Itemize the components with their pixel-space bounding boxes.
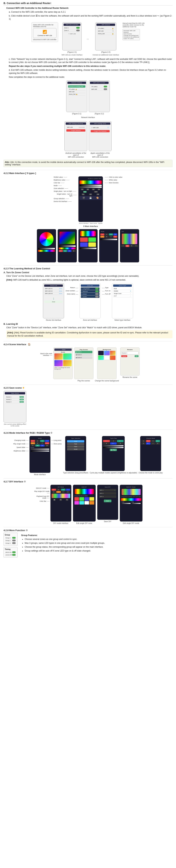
diy-cell-7[interactable]: 7 <box>61 491 65 493</box>
mode-2[interactable]: 2 <box>105 234 109 236</box>
mode-7[interactable]: 7 <box>109 236 113 238</box>
brightness-bar-display[interactable] <box>80 185 102 186</box>
save-to-3-btn[interactable]: Save <box>20 401 24 403</box>
mode-5[interactable]: 5 <box>100 236 105 238</box>
zone-toggle-1[interactable] <box>95 288 99 289</box>
diy-swatch-g[interactable] <box>79 497 84 501</box>
mode-brightness-bar[interactable] <box>31 451 49 452</box>
color-wheel[interactable] <box>39 232 54 246</box>
edit-detail-picker[interactable] <box>121 498 141 501</box>
toggle-1[interactable] <box>76 27 80 29</box>
s3-top-bar[interactable] <box>80 231 96 236</box>
diy-cell-8[interactable]: 8 <box>66 491 70 493</box>
edit-diy-colorbar[interactable] <box>75 489 94 494</box>
type-item-rgb[interactable]: RGB ○ <box>113 287 132 290</box>
apple-forget-btn[interactable]: Forget This Network <box>91 130 110 132</box>
cycle-1[interactable]: 1 ✓ <box>103 440 110 442</box>
stay-bar[interactable] <box>131 503 141 504</box>
mode-cell-9[interactable]: 9 <box>31 444 35 446</box>
timing-toggle-1[interactable] <box>12 551 16 553</box>
scene-icon[interactable]: 🎬 <box>82 197 85 199</box>
type-jump-btn[interactable]: Jump <box>67 440 84 442</box>
mode-cell-3[interactable]: 3 <box>40 440 45 442</box>
group-toggle-3[interactable] <box>12 542 16 544</box>
diy-swatch-r[interactable] <box>75 497 79 501</box>
s1-brightness[interactable] <box>38 248 55 249</box>
diy-loop-btn[interactable]: ⟳ <box>59 499 62 501</box>
mode-6[interactable]: 6 <box>105 236 109 238</box>
save-diy-btn[interactable]: Save <box>104 500 111 502</box>
s5-cell-2[interactable]: ▶ <box>125 245 129 247</box>
diy-swatch-m[interactable] <box>75 501 79 504</box>
type-radio-single[interactable]: ○ <box>130 293 131 294</box>
zone-toggle-3[interactable] <box>95 293 99 295</box>
zone-link-3[interactable]: Zone <box>59 293 62 294</box>
diy-cell-6[interactable]: 6 <box>56 491 61 493</box>
off-btn[interactable]: OFF <box>94 191 98 193</box>
tplink-toggle[interactable] <box>104 86 107 87</box>
device-item-2[interactable]: WiFi-106 #2 Zone <box>44 290 63 292</box>
mode-cell-4[interactable]: 4 <box>45 440 49 442</box>
diy-swatch-o[interactable] <box>89 501 94 504</box>
type-item-single[interactable]: Single Color ○ <box>113 292 132 295</box>
s3-brightness[interactable] <box>80 248 96 249</box>
save-diy-slot-2[interactable]: DIY 2 <box>99 492 116 495</box>
cm-2[interactable]: 2 ✓ <box>146 440 150 442</box>
cycle-speed-bar[interactable] <box>103 445 123 446</box>
bg-white[interactable] <box>104 355 110 360</box>
timing-item-2[interactable]: 22:00 OFF <box>5 554 17 556</box>
bg-green[interactable] <box>98 355 104 360</box>
s2-cell-1[interactable]: R <box>59 250 63 252</box>
cm-8[interactable]: 8 <box>155 442 160 444</box>
cm-7[interactable]: 7 <box>151 442 155 444</box>
mode-cell-10[interactable]: 10 <box>35 444 40 446</box>
s4-brightness[interactable] <box>100 239 117 240</box>
diy-cell-4[interactable]: 4 <box>66 489 70 491</box>
mode-3[interactable]: 3 <box>109 234 113 236</box>
type-strobe-btn[interactable]: Strobe <box>67 448 84 451</box>
android-forget-btn[interactable]: Forget Network <box>66 129 85 132</box>
wifi106-toggle[interactable] <box>104 88 107 90</box>
save-to-1-btn[interactable]: Save <box>20 396 24 398</box>
color-bar-display[interactable] <box>80 181 102 184</box>
mode-cell-1[interactable]: 1 <box>31 440 35 442</box>
group-1-btn[interactable]: G1 <box>82 193 85 195</box>
diy-play-btn[interactable]: ▶ <box>53 499 56 501</box>
play-btn-2[interactable]: ▶ Scene 2 <box>75 353 92 356</box>
s5-cell-4[interactable]: ✎ <box>134 245 138 247</box>
group-item-1[interactable]: Group 1 <box>5 536 17 539</box>
diy-swatch-c[interactable] <box>79 501 84 504</box>
device-item-3[interactable]: WiFi-106 #3 Zone <box>44 292 63 295</box>
mode-cell-6[interactable]: 6 <box>35 442 40 444</box>
s5-cell-1[interactable]: + <box>121 245 125 247</box>
type-radio-rgb[interactable]: ○ <box>130 288 131 289</box>
cycle-brightness-bar[interactable] <box>103 447 123 448</box>
rename-ok-btn[interactable]: OK <box>135 355 139 357</box>
save-diy-slot-3[interactable]: DIY 3 <box>99 495 116 498</box>
swatch-green[interactable] <box>88 238 96 242</box>
mode-cell-2[interactable]: 2 <box>35 440 40 442</box>
s2-brightness[interactable] <box>59 245 76 247</box>
s2-cell-4[interactable]: W <box>72 250 76 252</box>
group-3-btn[interactable]: G3 <box>96 193 99 195</box>
mode-cell-11[interactable]: 11 <box>40 444 45 446</box>
group-item-3[interactable]: Group 3 <box>5 542 17 545</box>
cm-4[interactable]: 4 ✓ <box>155 440 160 442</box>
s2-colorbar[interactable] <box>59 248 76 249</box>
swatch-red[interactable] <box>80 238 88 242</box>
timing-toggle-2[interactable] <box>12 554 16 556</box>
type-item-cct[interactable]: CCT ○ <box>113 295 132 297</box>
zone-1-btn[interactable]: Z1 <box>81 189 84 190</box>
mode-cell-5[interactable]: 5 <box>31 442 35 444</box>
toggle-2[interactable] <box>76 30 80 31</box>
group-item-2[interactable]: Group 2 <box>5 539 17 542</box>
back-btn[interactable]: ← Back <box>54 348 71 351</box>
swatch-blue[interactable] <box>80 242 88 247</box>
diy-cell-2[interactable]: 2 <box>56 489 61 491</box>
zone-4-btn[interactable]: Z4 <box>97 189 100 190</box>
group-2-btn[interactable]: G2 <box>89 193 92 195</box>
cycle-6[interactable]: 6 <box>117 442 123 444</box>
connect-lan-btn[interactable]: Connect to exiting LAN <box>68 85 85 88</box>
speed-bar[interactable] <box>31 448 49 450</box>
diy-color-bar[interactable] <box>52 494 70 498</box>
